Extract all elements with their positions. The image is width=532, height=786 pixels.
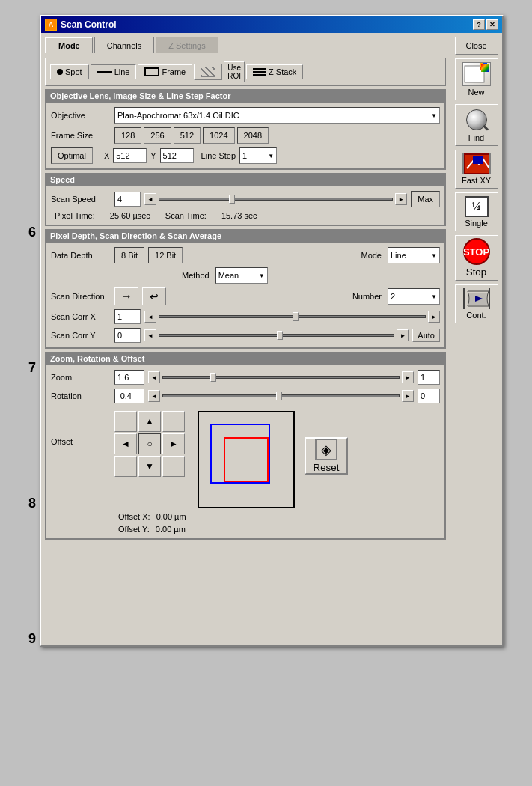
svg-rect-2 xyxy=(480,63,487,70)
fast-xy-button[interactable]: Fast XY xyxy=(455,150,498,189)
speed-thumb[interactable] xyxy=(229,195,235,204)
zoom-track[interactable] xyxy=(162,376,400,379)
backward-direction[interactable]: ↩ xyxy=(142,287,166,305)
corr-x-thumb[interactable] xyxy=(293,312,299,321)
roi-button[interactable] xyxy=(194,64,222,80)
rotation-reset-input[interactable] xyxy=(418,389,440,403)
corr-x-increase[interactable]: ► xyxy=(428,311,440,323)
corr-x-track[interactable] xyxy=(159,315,426,318)
scan-corr-x-row: Scan Corr X ◄ ► xyxy=(51,309,440,324)
scan-speed-input[interactable] xyxy=(114,192,141,207)
zoom-thumb[interactable] xyxy=(210,373,216,382)
line-step-label: Line Step xyxy=(201,151,236,160)
find-icon xyxy=(463,108,490,132)
scan-time-value: 15.73 sec xyxy=(221,211,257,220)
close-window-button[interactable]: ✕ xyxy=(486,19,498,30)
help-button[interactable]: ? xyxy=(473,19,485,30)
single-button[interactable]: ¼ Single xyxy=(455,192,498,231)
corr-x-decrease[interactable]: ◄ xyxy=(144,311,156,323)
x-label: X xyxy=(104,151,109,160)
frame-1024[interactable]: 1024 xyxy=(203,127,234,144)
svg-rect-4 xyxy=(483,67,487,70)
find-label: Find xyxy=(468,133,484,142)
scan-corr-y-input[interactable] xyxy=(114,328,141,343)
tab-channels[interactable]: Channels xyxy=(94,37,154,53)
line-button[interactable]: Line xyxy=(91,64,137,79)
zoom-increase[interactable]: ► xyxy=(402,371,414,383)
mode-dropdown[interactable]: Line ▼ xyxy=(388,247,440,263)
tab-z-settings[interactable]: Z Settings xyxy=(156,37,218,53)
corr-y-thumb[interactable] xyxy=(277,331,283,340)
zoom-decrease[interactable]: ◄ xyxy=(148,371,160,383)
x-input[interactable] xyxy=(113,148,147,163)
objective-content: Objective Plan-Apochromat 63x/1.4 Oil DI… xyxy=(46,102,445,169)
new-button[interactable]: New xyxy=(455,58,498,100)
stop-button[interactable]: STOP Stop xyxy=(455,235,498,281)
frame-512[interactable]: 512 xyxy=(174,127,201,144)
rotation-input[interactable] xyxy=(114,389,144,403)
speed-increase[interactable]: ► xyxy=(395,193,407,205)
offset-up-button[interactable]: ▲ xyxy=(138,411,161,432)
offset-y-group: Offset Y: 0.00 µm xyxy=(118,525,186,534)
corr-y-slider: ◄ ► xyxy=(144,329,409,341)
objective-dropdown[interactable]: Plan-Apochromat 63x/1.4 Oil DIC ▼ xyxy=(114,107,440,124)
zoom-input[interactable] xyxy=(114,370,144,385)
zoom-content: Zoom ◄ ► xyxy=(46,365,445,539)
stack-icon xyxy=(253,68,266,76)
corr-y-track[interactable] xyxy=(159,334,394,337)
scan-control-window: A Scan Control ? ✕ Mode Channels Z Setti… xyxy=(40,15,504,647)
offset-btn-empty-tr xyxy=(162,411,185,432)
corr-y-decrease[interactable]: ◄ xyxy=(144,329,156,341)
spot-button[interactable]: Spot xyxy=(50,64,89,79)
speed-track[interactable] xyxy=(159,198,393,201)
frame-128[interactable]: 128 xyxy=(114,127,141,144)
frame-size-label: Frame Size xyxy=(51,131,111,140)
rotation-track[interactable] xyxy=(162,394,400,397)
offset-left-button[interactable]: ◄ xyxy=(114,433,137,454)
timing-row: Pixel Time: 25.60 µsec Scan Time: 15.73 … xyxy=(51,211,440,220)
rotation-decrease[interactable]: ◄ xyxy=(148,390,160,402)
speed-decrease[interactable]: ◄ xyxy=(144,193,156,205)
pixel-time-label: Pixel Time: xyxy=(55,211,95,220)
offset-center-button[interactable]: ○ xyxy=(138,433,161,454)
offset-right-button[interactable]: ► xyxy=(162,433,185,454)
pixel-time-value: 25.60 µsec xyxy=(110,211,150,220)
corr-y-increase[interactable]: ► xyxy=(397,329,409,341)
method-dropdown[interactable]: Mean ▼ xyxy=(215,267,268,284)
cont-button[interactable]: Cont. xyxy=(455,284,498,323)
8bit-button[interactable]: 8 Bit xyxy=(114,247,144,263)
number-dropdown[interactable]: 2 ▼ xyxy=(388,288,440,305)
scan-corr-x-input[interactable] xyxy=(114,309,141,324)
auto-button[interactable]: Auto xyxy=(412,329,440,342)
optimal-button[interactable]: Optimal xyxy=(51,147,93,164)
offset-row: Offset ▲ ◄ ○ ► ▼ xyxy=(51,411,440,508)
frame-2048[interactable]: 2048 xyxy=(237,127,269,144)
rotation-slider: ◄ ► xyxy=(148,390,414,402)
offset-btn-empty-tl xyxy=(114,411,137,432)
frame-256[interactable]: 256 xyxy=(144,127,171,144)
zoom-reset-input[interactable] xyxy=(418,370,440,385)
frame-button[interactable]: Frame xyxy=(138,64,192,79)
y-input[interactable] xyxy=(160,148,194,163)
find-button[interactable]: Find xyxy=(455,104,498,146)
12bit-button[interactable]: 12 Bit xyxy=(148,247,183,263)
rotation-thumb[interactable] xyxy=(276,392,282,400)
use-roi-button[interactable]: Use ROI xyxy=(224,61,245,82)
offset-down-button[interactable]: ▼ xyxy=(138,456,161,477)
z-stack-button[interactable]: Z Stack xyxy=(246,64,303,79)
corr-x-slider: ◄ ► xyxy=(144,311,440,323)
spot-label: Spot xyxy=(65,67,82,76)
frame-icon xyxy=(144,67,159,76)
forward-direction[interactable]: → xyxy=(114,287,138,305)
line-step-dropdown[interactable]: 1 ▼ xyxy=(239,147,277,164)
tab-mode[interactable]: Mode xyxy=(45,37,93,53)
rotation-row: Rotation ◄ ► xyxy=(51,389,440,403)
cont-icon xyxy=(463,288,490,309)
reset-button[interactable]: ◈ Reset xyxy=(305,437,348,475)
rotation-increase[interactable]: ► xyxy=(402,390,414,402)
fast-xy-label: Fast XY xyxy=(462,176,491,185)
close-button[interactable]: Close xyxy=(455,37,498,55)
max-button[interactable]: Max xyxy=(411,191,440,207)
reset-label: Reset xyxy=(314,462,340,473)
fast-xy-icon xyxy=(462,153,491,174)
